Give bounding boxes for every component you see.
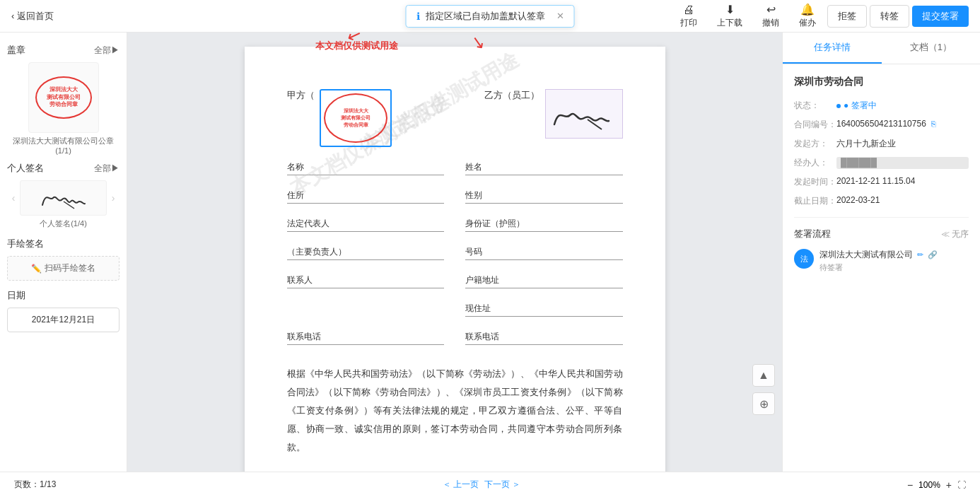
- signature-svg: [35, 184, 92, 212]
- flow-link-icon[interactable]: 🔗: [928, 250, 938, 259]
- field-surname: 姓名: [465, 161, 623, 175]
- seal-oval-text: 深圳法大大测试有限公司劳动合同章: [47, 86, 81, 108]
- sender-value: 六月十九新企业: [836, 138, 969, 150]
- seal-section-title: 盖章: [7, 44, 25, 57]
- company-stamp-placeholder[interactable]: 深圳法大大测试有限公司劳动合同章: [320, 89, 392, 147]
- page-info: 页数：1/13: [14, 479, 56, 491]
- flow-company-name: 深圳法大大测试有限公司: [819, 249, 913, 261]
- fullscreen-icon[interactable]: ⛶: [957, 480, 966, 490]
- form-field-contact-left: 联系人: [287, 274, 445, 294]
- send-time-label: 发起时间：: [794, 176, 836, 188]
- document-area: 本文档仅供测试用途 本文档仅供测试用途 本文档仅供测试用途 本文档仅供测试用途 …: [127, 33, 782, 472]
- print-label: 打印: [680, 17, 697, 29]
- tab-doc[interactable]: 文档（1）: [882, 33, 981, 64]
- info-row-contract-no: 合同编号： 164005650421311075​6 ⎘: [794, 119, 969, 131]
- personal-sig-area[interactable]: [545, 89, 623, 139]
- seal-oval: 深圳法大大测试有限公司劳动合同章: [35, 76, 92, 119]
- handler-value: ██████: [836, 157, 969, 169]
- seal-section-header: 盖章 全部▶: [7, 44, 119, 57]
- form-field-id-right: 身份证（护照）: [465, 218, 623, 238]
- urge-label: 催办: [799, 17, 816, 29]
- form-row-3: 法定代表人 身份证（护照）: [287, 218, 623, 238]
- party-right-label: 乙方（员工）: [484, 90, 539, 100]
- page-nav: ＜ 上一页 下一页 ＞: [443, 479, 521, 491]
- form-field-main-person: （主要负责人）: [287, 246, 445, 266]
- seal-item[interactable]: 深圳法大大测试有限公司劳动合同章 深圳法大大测试有限公司公章(1/1): [7, 62, 119, 155]
- zoom-in-button[interactable]: +: [946, 479, 952, 491]
- field-tel-right: 联系电话: [465, 331, 623, 345]
- send-time-value: 2021-12-21 11.15.04: [836, 176, 969, 188]
- flow-edit-icon[interactable]: ✏: [917, 250, 923, 259]
- back-label: 返回首页: [17, 10, 54, 23]
- status-dot: [836, 104, 841, 108]
- date-section-title: 日期: [7, 289, 119, 302]
- info-row-sender: 发起方： 六月十九新企业: [794, 138, 969, 150]
- signature-image[interactable]: [20, 180, 107, 216]
- form-field-phone-left: [287, 303, 445, 322]
- countersign-button[interactable]: 转签: [870, 5, 909, 28]
- print-icon: 🖨: [683, 4, 694, 16]
- seal-all-button[interactable]: 全部▶: [94, 45, 119, 57]
- form-row-5: 联系人 户籍地址: [287, 274, 623, 294]
- form-fields: 名称 姓名 住所: [287, 161, 623, 351]
- handwrite-section: 手绘签名 ✏️ 扫码手绘签名: [7, 238, 119, 281]
- back-button[interactable]: ‹ 返回首页: [11, 10, 54, 23]
- carousel-next-button[interactable]: ›: [107, 192, 119, 204]
- scroll-buttons: ▲ ⊕: [752, 364, 775, 415]
- flow-company-row: 深圳法大大测试有限公司 ✏ 🔗: [819, 249, 938, 261]
- flow-avatar: 法: [794, 249, 814, 269]
- form-row-4: （主要负责人） 号码: [287, 246, 623, 266]
- pencil-icon: ✏️: [31, 264, 42, 274]
- scroll-location-button[interactable]: ⊕: [752, 392, 775, 415]
- copy-icon[interactable]: ⎘: [931, 119, 936, 128]
- revoke-icon: ↩: [766, 3, 776, 16]
- field-legal-rep: 法定代表人: [287, 218, 445, 232]
- form-field-name-right: 姓名: [465, 161, 623, 181]
- zoom-out-button[interactable]: −: [907, 479, 913, 491]
- download-button[interactable]: ⬇ 上下载: [708, 0, 751, 32]
- revoke-label: 撤销: [762, 17, 779, 29]
- revoke-button[interactable]: ↩ 撤销: [754, 0, 788, 32]
- field-id: 身份证（护照）: [465, 218, 623, 232]
- toolbar-right: 🖨 打印 ⬇ 上下载 ↩ 撤销 🔔 催办 拒签 转签 提交签署: [672, 0, 969, 32]
- right-tabs: 任务详情 文档（1）: [783, 33, 980, 64]
- right-content: 深圳市劳动合同 状态： ● 签署中 合同编号： 1640056504213110…: [783, 64, 980, 472]
- party-left-container: 甲方（ 深圳法大大测试有限公司劳动合同章: [287, 89, 392, 147]
- info-row-deadline: 截止日期： 2022-03-21: [794, 195, 969, 207]
- contract-no-value: 164005650421311075​6 ⎘: [836, 119, 969, 131]
- handwrite-button[interactable]: ✏️ 扫码手绘签名: [7, 256, 119, 281]
- personal-all-button[interactable]: 全部▶: [94, 163, 119, 175]
- scroll-up-button[interactable]: ▲: [752, 364, 775, 387]
- print-button[interactable]: 🖨 打印: [672, 1, 706, 32]
- form-row-2: 住所 性别: [287, 189, 623, 209]
- carousel-prev-button[interactable]: ‹: [7, 192, 20, 204]
- field-current-addr: 现住址: [465, 303, 623, 317]
- toast-close-button[interactable]: ✕: [556, 11, 564, 21]
- parties-row: 甲方（ 深圳法大大测试有限公司劳动合同章 乙方（员工）: [287, 89, 623, 147]
- field-tel-left: 联系电话: [287, 331, 445, 345]
- date-value: 2021年12月21日: [7, 308, 119, 332]
- body-text: 根据《中华人民共和国劳动法》（以下简称《劳动法》）、《中华人民共和国劳动合同法》…: [287, 365, 623, 457]
- flow-title: 签署流程: [794, 228, 831, 240]
- form-field-addr-left: 住所: [287, 189, 445, 209]
- prev-page-button[interactable]: ＜ 上一页: [443, 479, 479, 491]
- next-page-button[interactable]: 下一页 ＞: [484, 479, 520, 491]
- urge-button[interactable]: 🔔 催办: [791, 0, 824, 32]
- field-main-person: （主要负责人）: [287, 246, 445, 260]
- reject-button[interactable]: 拒签: [827, 5, 867, 28]
- form-field-legal-rep: 法定代表人: [287, 218, 445, 238]
- field-addr: 住所: [287, 189, 445, 204]
- company-stamp: 深圳法大大测试有限公司劳动合同章: [324, 93, 387, 143]
- sender-label: 发起方：: [794, 138, 836, 150]
- info-row-status: 状态： ● 签署中: [794, 100, 969, 112]
- seal-label: 深圳法大大测试有限公司公章(1/1): [7, 136, 119, 155]
- status-badge: ● 签署中: [836, 100, 877, 112]
- flow-item: 法 深圳法大大测试有限公司 ✏ 🔗 待签署: [794, 249, 969, 273]
- field-gender: 性别: [465, 189, 623, 204]
- tab-task[interactable]: 任务详情: [783, 33, 882, 64]
- form-field-domicile-right: 户籍地址: [465, 274, 623, 294]
- submit-button[interactable]: 提交签署: [912, 6, 969, 27]
- info-icon: ℹ: [416, 11, 420, 22]
- zoom-value: 100%: [918, 480, 940, 490]
- personal-sig-svg: [549, 93, 619, 135]
